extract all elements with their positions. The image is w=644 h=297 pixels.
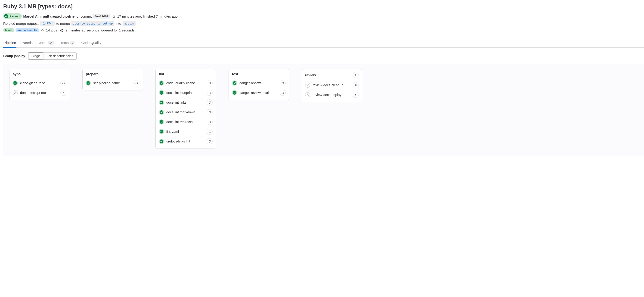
stage-card: reviewreview-docs-cleanupreview-docs-dep… xyxy=(302,69,362,102)
tab-tests-count: 0 xyxy=(70,41,75,45)
play-button[interactable] xyxy=(353,92,359,98)
page-title: Ruby 3.1 MR [types: docs] xyxy=(3,3,644,10)
tabs: Pipeline Needs Jobs 14 Tests 0 Code Qual… xyxy=(3,38,644,48)
stage-connector xyxy=(147,76,151,76)
retry-button[interactable] xyxy=(280,80,286,86)
stage-name: prepare xyxy=(86,72,98,76)
stage-connector xyxy=(293,76,298,76)
job-row[interactable]: lint-yaml xyxy=(159,127,212,136)
link-icon xyxy=(40,28,44,32)
job-name: docs-lint blueprint xyxy=(166,91,193,94)
job-row[interactable]: set-pipeline-name xyxy=(86,78,140,88)
tab-code-quality[interactable]: Code Quality xyxy=(81,38,102,48)
svg-line-30 xyxy=(308,96,308,96)
svg-rect-1 xyxy=(113,16,115,18)
source-branch[interactable]: docs-to-setup-to-set-up xyxy=(71,21,114,26)
created-text: created pipeline for commit xyxy=(50,14,92,18)
stage-name: review xyxy=(305,73,316,77)
tab-jobs-count: 14 xyxy=(48,41,54,45)
author-name[interactable]: Marcel Amirault xyxy=(23,14,49,18)
tab-jobs[interactable]: Jobs 14 xyxy=(39,38,54,48)
job-row[interactable]: ui-docs-links lint xyxy=(159,136,212,146)
job-name: docs-lint markdown xyxy=(166,110,195,114)
svg-line-13 xyxy=(16,92,16,92)
status-passed-icon xyxy=(159,100,164,105)
retry-button[interactable] xyxy=(206,109,212,115)
svg-rect-23 xyxy=(355,84,356,86)
status-passed-icon xyxy=(159,139,164,144)
stage-name: test xyxy=(232,72,238,76)
svg-line-19 xyxy=(307,84,307,84)
retry-button[interactable] xyxy=(60,80,66,86)
merged-results-pill: merged results xyxy=(16,28,39,32)
job-name: danger-review xyxy=(240,81,261,85)
svg-line-31 xyxy=(307,96,307,96)
svg-line-10 xyxy=(14,92,14,92)
jobs-count: 14 jobs xyxy=(46,28,57,32)
svg-point-2 xyxy=(41,30,42,31)
svg-point-3 xyxy=(43,30,44,31)
play-button[interactable] xyxy=(60,90,66,96)
tab-pipeline[interactable]: Pipeline xyxy=(3,38,16,48)
group-by-label: Group jobs by xyxy=(3,54,25,58)
svg-point-24 xyxy=(307,94,308,95)
timing-text: 17 minutes ago, finished 7 minutes ago xyxy=(117,14,178,18)
retry-button[interactable] xyxy=(206,100,212,106)
stop-button[interactable] xyxy=(353,82,359,88)
job-row[interactable]: docs-lint blueprint xyxy=(159,88,212,98)
status-passed-icon xyxy=(159,90,164,95)
tab-jobs-label: Jobs xyxy=(39,41,46,45)
job-name: code_quality cache xyxy=(166,81,195,85)
job-row[interactable]: clone-gitlab-repo xyxy=(13,78,66,88)
author-line: Marcel Amirault created pipeline for com… xyxy=(23,14,92,18)
stage-play-button[interactable] xyxy=(353,72,359,78)
related-prefix: Related merge request xyxy=(3,22,39,26)
tab-needs[interactable]: Needs xyxy=(22,38,33,48)
group-by-deps-button[interactable]: Job dependencies xyxy=(43,52,76,60)
svg-line-29 xyxy=(307,94,307,94)
target-branch[interactable]: master xyxy=(122,21,136,26)
group-by-row: Group jobs by Stage Job dependencies xyxy=(3,52,644,60)
to-merge-text: to merge xyxy=(56,22,70,26)
retry-button[interactable] xyxy=(206,138,212,144)
retry-button[interactable] xyxy=(134,80,140,86)
pipeline-graph: syncclone-gitlab-repodont-interrupt-mepr… xyxy=(3,64,644,156)
status-manual-icon xyxy=(305,82,310,88)
job-row[interactable]: danger-review xyxy=(232,78,286,88)
svg-line-20 xyxy=(308,86,308,86)
retry-button[interactable] xyxy=(206,128,212,134)
retry-button[interactable] xyxy=(206,90,212,96)
stats-row: latest merged results 14 jobs 9 minutes … xyxy=(3,28,644,32)
job-name: ui-docs-links lint xyxy=(166,140,190,143)
job-name: danger-review-local xyxy=(240,91,269,94)
job-row[interactable]: danger-review-local xyxy=(232,88,286,98)
svg-line-11 xyxy=(16,94,16,94)
tab-tests[interactable]: Tests 0 xyxy=(60,38,76,48)
status-passed-icon xyxy=(159,110,164,115)
group-by-segment: Stage Job dependencies xyxy=(28,52,76,60)
status-passed-icon xyxy=(159,119,164,124)
retry-button[interactable] xyxy=(206,80,212,86)
job-name: set-pipeline-name xyxy=(93,81,120,85)
job-row[interactable]: docs-lint links xyxy=(159,98,212,107)
group-by-stage-button[interactable]: Stage xyxy=(28,52,44,60)
job-row[interactable]: dont-interrupt-me xyxy=(13,88,66,98)
related-mr-row: Related merge request !147744 to merge d… xyxy=(3,21,644,26)
tab-tests-label: Tests xyxy=(60,41,69,45)
mr-id[interactable]: !147744 xyxy=(40,21,55,26)
retry-button[interactable] xyxy=(206,119,212,125)
svg-rect-0 xyxy=(112,15,114,17)
check-icon xyxy=(4,14,8,18)
job-name: review-docs-deploy xyxy=(312,93,342,97)
job-row[interactable]: review-docs-deploy xyxy=(305,90,359,100)
retry-button[interactable] xyxy=(280,90,286,96)
job-row[interactable]: docs-lint redirects xyxy=(159,117,212,127)
stage-connector xyxy=(220,76,224,76)
copy-icon[interactable] xyxy=(111,14,116,18)
job-row[interactable]: review-docs-cleanup xyxy=(305,80,359,90)
status-manual-icon xyxy=(13,90,18,95)
job-row[interactable]: code_quality cache xyxy=(159,78,212,88)
job-name: lint-yaml xyxy=(166,130,179,134)
commit-sha[interactable]: 8ea89d6f xyxy=(93,14,110,18)
job-row[interactable]: docs-lint markdown xyxy=(159,107,212,117)
